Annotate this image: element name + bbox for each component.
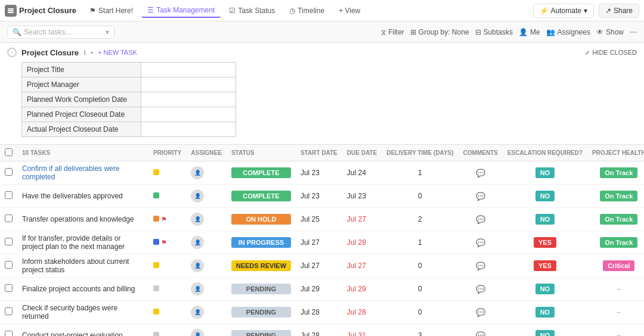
due-date-cell: Jul 28 [342, 231, 382, 254]
due-date-cell: Jul 29 [342, 278, 382, 301]
row-checkbox-cell [0, 208, 17, 231]
section-expand-icon[interactable]: ○ [7, 48, 17, 57]
me-button[interactable]: 👤 Me [519, 28, 540, 36]
section-title: Project Closure [21, 48, 79, 57]
task-name[interactable]: Confirm if all deliverables were complet… [22, 164, 119, 181]
avatar: 👤 [191, 306, 204, 319]
search-bar: 🔍 Search tasks... ▾ ⧖ Filter ⊞ Group by:… [0, 21, 644, 43]
task-name-cell: Conduct post-project evaluation [17, 324, 148, 337]
chevron-down-icon: ▾ [106, 28, 109, 36]
more-button[interactable]: ⋯ [630, 28, 637, 36]
subtasks-button[interactable]: ⊟ Subtasks [475, 28, 513, 36]
new-task-button[interactable]: + NEW TASK [98, 49, 137, 56]
delivery-time-cell: 0 [382, 278, 458, 301]
field-value[interactable] [141, 92, 236, 107]
hide-closed-button[interactable]: ✓ HIDE CLOSED [585, 49, 637, 57]
automate-button[interactable]: ⚡ Automate ▾ [533, 4, 594, 18]
comment-icon[interactable]: 💬 [476, 262, 485, 270]
tab-timeline[interactable]: ◷ Timeline [283, 4, 330, 17]
priority-dot [153, 239, 159, 245]
status-cell: PENDING [227, 324, 296, 337]
priority-dot [153, 285, 159, 291]
priority-cell [148, 161, 186, 185]
comments-cell: 💬 [459, 185, 503, 208]
due-date-cell: Jul 23 [342, 185, 382, 208]
filter-button[interactable]: ⧖ Filter [381, 28, 404, 36]
row-checkbox[interactable] [5, 214, 13, 222]
priority-cell [148, 254, 186, 278]
search-icon: 🔍 [13, 28, 21, 36]
search-input[interactable]: 🔍 Search tasks... ▾ [7, 26, 114, 39]
due-date-cell: Jul 27 [342, 208, 382, 231]
delivery-time-cell: 2 [382, 208, 458, 231]
task-name-cell: Check if security badges were returned [17, 301, 148, 324]
row-checkbox[interactable] [5, 307, 13, 315]
row-checkbox[interactable] [5, 261, 13, 269]
comment-icon[interactable]: 💬 [476, 308, 485, 317]
col-header-status: STATUS [227, 145, 296, 161]
health-cell: On Track [587, 231, 644, 254]
table-row: Confirm if all deliverables were complet… [0, 161, 644, 185]
avatar: 👤 [191, 166, 204, 179]
row-checkbox[interactable] [5, 238, 13, 245]
app-title: Project Closure [19, 6, 76, 15]
field-value[interactable] [141, 107, 236, 122]
health-badge: On Track [600, 237, 637, 248]
row-checkbox[interactable] [5, 168, 13, 176]
avatar: 👤 [191, 236, 204, 249]
comment-icon[interactable]: 💬 [476, 169, 485, 178]
escalation-badge: NO [535, 191, 555, 201]
avatar: 👤 [191, 259, 204, 272]
field-value[interactable] [141, 63, 236, 77]
avatar: 👤 [191, 282, 204, 295]
row-checkbox[interactable] [5, 191, 13, 199]
field-value[interactable] [141, 77, 236, 92]
assignee-cell: 👤 [186, 324, 227, 337]
priority-flag-icon: ⚑ [161, 216, 167, 223]
comment-icon[interactable]: 💬 [476, 331, 485, 337]
due-date: Jul 28 [347, 238, 366, 247]
tab-view[interactable]: + View [333, 4, 366, 17]
me-icon: 👤 [519, 28, 528, 36]
project-field-row: Project Title [22, 63, 236, 77]
assignee-cell: 👤 [186, 231, 227, 254]
comments-cell: 💬 [459, 301, 503, 324]
top-bar-right: ⚡ Automate ▾ ↗ Share [533, 4, 639, 18]
priority-flag-icon: ⚑ [161, 239, 167, 246]
table-row: Have the deliverables approved 👤 COMPLET… [0, 185, 644, 208]
col-header-task: 10 TASKS [17, 145, 148, 161]
tab-task-status[interactable]: ☑ Task Status [223, 4, 281, 17]
assignee-cell: 👤 [186, 254, 227, 278]
group-by-button[interactable]: ⊞ Group by: None [410, 28, 469, 36]
comment-icon[interactable]: 💬 [476, 285, 485, 294]
tab-start-here[interactable]: ⚑ Start Here! [83, 4, 139, 17]
assignees-button[interactable]: 👥 Assignees [546, 28, 590, 36]
row-checkbox-cell [0, 254, 17, 278]
field-value[interactable] [141, 122, 236, 137]
row-checkbox[interactable] [5, 284, 13, 292]
select-all-checkbox[interactable] [5, 148, 13, 156]
comment-icon[interactable]: 💬 [476, 215, 485, 224]
row-checkbox[interactable] [5, 331, 13, 336]
status-cell: ON HOLD [227, 208, 296, 231]
field-label: Project Manager [22, 77, 141, 92]
task-name: Transfer operations and knowledge [22, 215, 134, 223]
comment-icon[interactable]: 💬 [476, 192, 485, 201]
task-name-cell: Have the deliverables approved [17, 185, 148, 208]
col-header-assignee: ASSIGNEE [186, 145, 227, 161]
table-row: If for transfer, provide details or proj… [0, 231, 644, 254]
col-header-priority: PRIORITY [148, 145, 186, 161]
share-button[interactable]: ↗ Share [599, 4, 639, 18]
info-icon[interactable]: ℹ [83, 49, 86, 57]
section-header: ○ Project Closure ℹ • + NEW TASK ✓ HIDE … [0, 43, 644, 62]
escalation-cell: NO [503, 161, 587, 185]
due-date-cell: Jul 24 [342, 161, 382, 185]
assignees-icon: 👥 [546, 28, 555, 36]
show-button[interactable]: 👁 Show [596, 28, 624, 36]
tab-task-management[interactable]: ☰ Task Management [141, 4, 221, 18]
comment-icon[interactable]: 💬 [476, 238, 485, 247]
escalation-cell: YES [503, 231, 587, 254]
row-checkbox-cell [0, 231, 17, 254]
status-badge: COMPLETE [231, 167, 291, 178]
task-name: Have the deliverables approved [22, 192, 123, 200]
